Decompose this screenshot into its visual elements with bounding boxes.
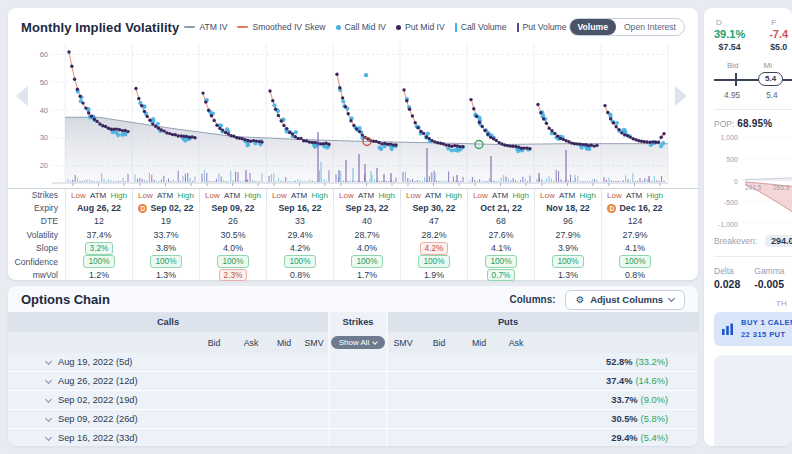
bid-tick	[735, 73, 737, 86]
expiry-cell[interactable]: Sep 09, 22	[199, 201, 266, 214]
chain-expiry-cell: Sep 09, 2022 (26d)	[8, 414, 328, 424]
legend-marker-icon	[455, 23, 457, 32]
confidence-cell: 100%	[534, 255, 601, 268]
confidence-cell: 100%	[400, 255, 467, 268]
legend-marker-icon	[396, 25, 401, 30]
volume-oi-toggle[interactable]: VolumeOpen Interest	[569, 18, 685, 36]
pl-y-tick: -1,000	[714, 221, 738, 228]
pl-y-tick: 500	[714, 156, 738, 163]
pop-row: POP: 68.95% R	[714, 118, 792, 129]
puts-bid-header: Bid	[418, 338, 460, 348]
chain-expiry-row[interactable]: Aug 19, 2022 (5d)52.8%(33.2%)	[8, 353, 698, 372]
dte-cell: 19	[132, 215, 199, 228]
price-slider-values: 4.95 5.4	[714, 90, 792, 100]
strike-axis-labels: LowATMHigh	[266, 189, 333, 201]
confidence-cell: 100%	[65, 255, 132, 268]
trade-description: BUY 1 CALEN 22 315 PUT	[741, 317, 792, 341]
dte-cell: 68	[467, 215, 534, 228]
volatility-cell: 28.7%	[333, 228, 400, 241]
pl-y-tick: 0	[714, 178, 738, 185]
greek-label: Gamma	[754, 266, 784, 276]
puts-smv-header: SMV	[388, 338, 418, 348]
legend-item-call-mid-iv[interactable]: Call Mid IV	[336, 22, 387, 32]
chain-expiry-row[interactable]: Sep 02, 2022 (19d)33.7%(9.0%)	[8, 391, 698, 410]
svg-text:20: 20	[40, 161, 48, 170]
trade-sidebar: D 39.1% $7.54 F -7.4 $5.0 Bid Mi	[704, 8, 792, 446]
confidence-cell: 100%	[132, 255, 199, 268]
expiry-cell[interactable]: DDec 16, 22	[601, 201, 668, 214]
expiry-cell[interactable]: Sep 16, 22	[266, 201, 333, 214]
chain-iv-cell: 29.4%(5.4%)	[388, 433, 698, 443]
strike-axis-labels: LowATMHigh	[333, 189, 400, 201]
chart-title: Monthly Implied Volatility	[21, 20, 179, 35]
pl-chart: 1,0005000-500-1,000 241.5265.5	[714, 134, 792, 230]
options-chain-header: Options Chain Columns: ⚙ Adjust Columns	[8, 286, 698, 312]
sidebar-metrics: D 39.1% $7.54 F -7.4 $5.0	[714, 18, 792, 52]
chevron-down-icon	[45, 376, 52, 383]
greek-value: -0.005	[754, 278, 784, 290]
confidence-cell: 100%	[601, 255, 668, 268]
price-slider-track[interactable]: 5.4	[714, 72, 792, 87]
metrics-row-label: Slope	[8, 243, 65, 253]
put-mid-iv-dots	[402, 88, 464, 148]
legend-item-put-volume[interactable]: Put Volume	[517, 22, 567, 32]
pl-y-tick: -500	[714, 199, 738, 206]
smoothed-iv-skew-line	[270, 91, 329, 145]
mid-value: 5.4	[766, 90, 778, 100]
toggle-open-interest[interactable]: Open Interest	[616, 19, 684, 35]
slope-cell: 4.1%	[467, 242, 534, 255]
legend-item-atm-iv[interactable]: ATM IV	[184, 22, 227, 32]
metrics-row-confidence: Confidence100%100%100%100%100%100%100%10…	[8, 255, 698, 268]
strikes-group-header: Strikes	[328, 312, 388, 332]
slope-cell: 4.2%	[400, 242, 467, 255]
metrics-row-label: Expiry	[8, 203, 65, 213]
chart-scroll-left-arrow[interactable]	[16, 86, 28, 106]
expiry-cell[interactable]: Oct 21, 22	[467, 201, 534, 214]
expiry-cell[interactable]: Nov 18, 22	[534, 201, 601, 214]
expiry-cell[interactable]: Aug 26, 22	[65, 201, 132, 214]
dte-cell: 12	[65, 215, 132, 228]
metric-label: F	[769, 18, 788, 27]
iv-chart: 2030405060	[8, 40, 698, 186]
chain-expiry-row[interactable]: Sep 09, 2022 (26d)30.5%(5.8%)	[8, 410, 698, 429]
chain-expiry-cell: Aug 26, 2022 (12d)	[8, 376, 328, 386]
show-all-button[interactable]: Show All	[331, 336, 386, 349]
chain-expiry-row[interactable]: Sep 16, 2022 (33d)29.4%(5.4%)	[8, 429, 698, 446]
chain-group-header-row: Calls Strikes Puts	[8, 312, 698, 332]
metric-label: D	[714, 18, 745, 27]
chain-iv-cell: 52.8%(33.2%)	[388, 357, 698, 367]
mwvol-cell: 0.7%	[467, 268, 534, 281]
chain-expiry-row[interactable]: Aug 26, 2022 (12d)37.4%(14.6%)	[8, 372, 698, 391]
strikes-filter-cell: Show All	[328, 332, 388, 353]
adjust-columns-button[interactable]: ⚙ Adjust Columns	[565, 290, 685, 310]
expiry-cell[interactable]: Sep 23, 22	[333, 201, 400, 214]
legend-item-put-mid-iv[interactable]: Put Mid IV	[396, 22, 445, 32]
confidence-cell: 100%	[266, 255, 333, 268]
svg-text:241.5: 241.5	[745, 184, 762, 191]
trade-summary-chip[interactable]: BUY 1 CALEN 22 315 PUT	[714, 312, 792, 346]
dte-cell: 47	[400, 215, 467, 228]
pl-chart-y-axis: 1,0005000-500-1,000	[714, 134, 740, 228]
greek-delta: Delta 0.028	[714, 266, 740, 290]
chevron-down-icon	[668, 295, 675, 302]
chart-scroll-right-arrow[interactable]	[675, 86, 687, 106]
volatility-cell: 27.9%	[601, 228, 668, 241]
legend-item-call-volume[interactable]: Call Volume	[455, 22, 507, 32]
dividend-icon: D	[607, 204, 616, 213]
toggle-volume[interactable]: Volume	[570, 19, 616, 35]
slope-cell: 4.0%	[199, 242, 266, 255]
confidence-cell: 100%	[467, 255, 534, 268]
chain-strikes-spacer	[328, 372, 388, 390]
expiry-cell[interactable]: DSep 02, 22	[132, 201, 199, 214]
columns-label: Columns:	[510, 294, 556, 305]
greeks-row: Delta 0.028 Gamma -0.005	[714, 266, 792, 290]
expiry-cell[interactable]: Sep 30, 22	[400, 201, 467, 214]
dte-cell: 33	[266, 215, 333, 228]
chain-expiry-cell: Sep 16, 2022 (33d)	[8, 433, 328, 443]
trade-line-2: 22 315 PUT	[741, 329, 792, 341]
price-slider-handle[interactable]: 5.4	[758, 72, 783, 86]
legend-item-smoothed-iv-skew[interactable]: Smoothed IV Skew	[237, 22, 325, 32]
chain-iv-cell: 30.5%(5.8%)	[388, 414, 698, 424]
mwvol-cell: 1.9%	[400, 268, 467, 281]
metric-f: F -7.4 $5.0	[769, 18, 788, 52]
